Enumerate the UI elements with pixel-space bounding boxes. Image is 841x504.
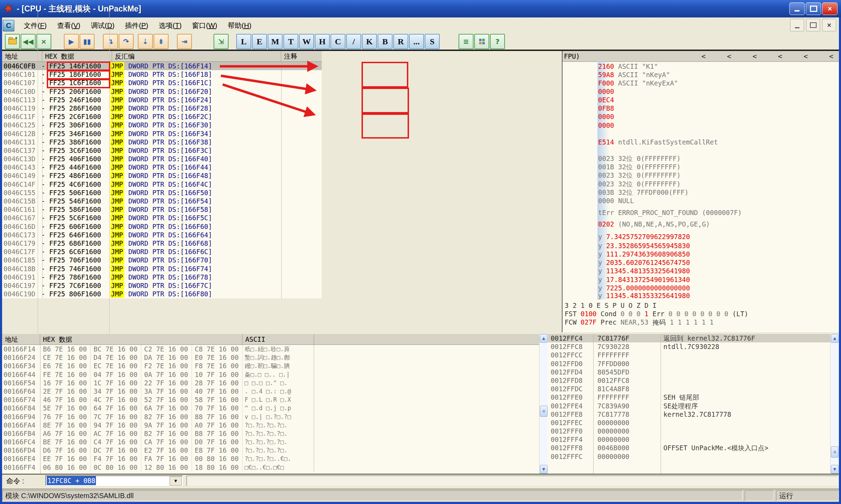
disasm-row[interactable]: 0046C101- FF25 186F1600JMP DWORD PTR DS:… (2, 70, 322, 79)
memory-window-button[interactable]: M (268, 34, 283, 49)
restart-button[interactable]: ◀◀ (21, 34, 36, 49)
register-line[interactable]: 0202 (NO,NB,NE,A,NS,PO,GE,G) (563, 220, 839, 228)
disasm-row[interactable]: 0046C13D- FF25 406F1600JMP DWORD PTR DS:… (2, 155, 322, 163)
dump-scroll-thumb[interactable]: ≡ (540, 406, 548, 417)
register-line[interactable]: 0023 32位 0(FFFFFFFF) (563, 154, 839, 163)
scroll-left-mark[interactable]: < (752, 52, 757, 60)
log-window-button[interactable]: L (236, 34, 251, 49)
fpu-register-line[interactable]: y 11345.481353325641980 (563, 267, 839, 275)
stack-row[interactable]: 0012FFF400000000 (548, 435, 830, 444)
dump-row[interactable]: 00166F9476 7F 16 007C 7F 16 0082 7F 16 0… (2, 413, 539, 421)
stack-scroll-thumb[interactable]: ≡ (831, 446, 839, 458)
disasm-row[interactable]: 0046C179- FF25 686F1600JMP DWORD PTR DS:… (2, 239, 322, 247)
register-line[interactable]: tErr ERROR_PROC_NOT_FOUND (0000007F) (563, 208, 839, 217)
disasm-row[interactable]: 0046C173- FF25 646F1600JMP DWORD PTR DS:… (2, 231, 322, 239)
dump-row[interactable]: 00166F5416 7F 16 001C 7F 16 0022 7F 16 0… (2, 379, 539, 387)
minimize-button[interactable] (789, 2, 805, 15)
close-button[interactable]: × (822, 2, 838, 15)
dump-row[interactable]: 00166F34E6 7E 16 00EC 7E 16 00F2 7E 16 0… (2, 362, 539, 370)
dump-row[interactable]: 00166F7446 7F 16 004C 7F 16 0052 7F 16 0… (2, 395, 539, 404)
register-line[interactable]: E514 ntdll.KiFastSystemCallRet (563, 138, 839, 146)
disasm-row[interactable]: 0046C19D- FF25 806F1600JMP DWORD PTR DS:… (2, 290, 322, 298)
stack-row[interactable]: 0012FFD07FFDD000 (548, 360, 830, 368)
disasm-row[interactable]: 0046C137- FF25 3C6F1600JMP DWORD PTR DS:… (2, 146, 322, 155)
dump-row[interactable]: 00166FA48E 7F 16 0094 7F 16 009A 7F 16 0… (2, 421, 539, 429)
command-input[interactable]: 12FC8C + 0B8 ▼ (45, 475, 183, 486)
step-into-button[interactable]: ↴ (103, 34, 118, 49)
stack-row[interactable]: 0012FFE0FFFFFFFFSEH 链尾部 (548, 393, 830, 401)
scroll-left-mark[interactable]: < (727, 52, 731, 60)
register-line[interactable]: 003B 32位 7FFDF000(FFF) (563, 188, 839, 197)
dump-row[interactable]: 00166F845E 7F 16 0064 7F 16 006A 7F 16 0… (2, 404, 539, 412)
disasm-row[interactable]: 0046C149- FF25 486F1600JMP DWORD PTR DS:… (2, 171, 322, 180)
dump-scroll-down-button[interactable]: ▼ (540, 465, 548, 474)
stack-row[interactable]: 0012FFF80046B000OFFSET UnPackMe.<模块入口点> (548, 444, 830, 452)
go-to-button[interactable]: ⇲ (214, 34, 229, 49)
register-line[interactable]: F000 ASCII "nKeyExA" (563, 79, 839, 87)
call-stack-window-button[interactable]: K (362, 34, 377, 49)
register-line[interactable]: 0EC4 (563, 96, 839, 104)
disasm-row[interactable]: 0046C14F- FF25 4C6F1600JMP DWORD PTR DS:… (2, 180, 322, 188)
register-line[interactable]: 2160 ASCII "K1" (563, 62, 839, 71)
animate-into-button[interactable]: ⇣ (138, 34, 153, 49)
disasm-row[interactable]: 0046C167- FF25 5C6F1600JMP DWORD PTR DS:… (2, 214, 322, 222)
run-trace-window-button[interactable]: ... (409, 34, 424, 49)
fpu-register-line[interactable]: y 2035.6020761245674750 (563, 258, 839, 267)
stack-row[interactable]: 0012FFC47C81776F返回到 kernel32.7C81776F (548, 334, 830, 342)
disasm-row[interactable]: 0046C119- FF25 286F1600JMP DWORD PTR DS:… (2, 104, 322, 112)
disasm-row[interactable]: 0046C16D- FF25 606F1600JMP DWORD PTR DS:… (2, 222, 322, 231)
fpu-flags-line[interactable]: FST 0100 Cond 0 0 0 1 Err 0 0 0 0 0 0 0 … (563, 310, 839, 318)
menu-item-options[interactable]: 选项(T) (154, 19, 187, 32)
dump-row[interactable]: 00166FC4BE 7F 16 00C4 7F 16 00CA 7F 16 0… (2, 438, 539, 446)
windows-window-button[interactable]: W (299, 34, 314, 49)
stack-row[interactable]: 0012FFF000000000 (548, 427, 830, 435)
appearance-button[interactable] (474, 34, 489, 49)
scroll-left-mark[interactable]: < (829, 52, 833, 60)
menu-item-view[interactable]: 查看(V) (52, 19, 86, 32)
register-line[interactable]: 0023 32位 0(FFFFFFFF) (563, 180, 839, 188)
fpu-register-line[interactable]: y 7225.0000000000000000 (563, 284, 839, 292)
fpu-register-line[interactable]: y 7.3425752709622997820 (563, 232, 839, 241)
fpu-flags-line[interactable]: 3 2 1 0 E S P U O Z D I (563, 301, 839, 310)
disasm-row[interactable]: 0046C12B- FF25 346F1600JMP DWORD PTR DS:… (2, 129, 322, 138)
menu-item-window[interactable]: 窗口(W) (187, 19, 222, 32)
stack-row[interactable]: 0012FFE87C817778kernel32.7C817778 (548, 410, 830, 418)
dump-row[interactable]: 00166FE4EE 7F 16 00F4 7F 16 00FA 7F 16 0… (2, 454, 539, 463)
animate-over-button[interactable]: ⇟ (154, 34, 169, 49)
register-line[interactable]: 001B 32位 0(FFFFFFFF) (563, 163, 839, 171)
register-line[interactable]: 0023 32位 0(FFFFFFFF) (563, 171, 839, 179)
disasm-row[interactable]: 0046C161- FF25 586F1600JMP DWORD PTR DS:… (2, 205, 322, 214)
stack-row[interactable]: 0012FFEC00000000 (548, 418, 830, 427)
fpu-register-line[interactable]: y 111.29743639608906850 (563, 250, 839, 258)
menu-item-debug[interactable]: 调试(D) (85, 19, 120, 32)
disasm-row[interactable]: 0046C155- FF25 506F1600JMP DWORD PTR DS:… (2, 188, 322, 197)
breakpoints-window-button[interactable]: B (378, 34, 393, 49)
modules-window-button[interactable]: E (252, 34, 267, 49)
cpu-window-button[interactable]: C (330, 34, 345, 49)
disasm-row[interactable]: 0046C107- FF25 1C6F1600JMP DWORD PTR DS:… (2, 79, 322, 87)
stack-scroll-up-button[interactable]: ▲ (831, 334, 839, 343)
mdi-close-button[interactable]: × (822, 19, 836, 31)
register-line[interactable]: 0000 (563, 87, 839, 96)
disasm-row[interactable]: 0046C131- FF25 386F1600JMP DWORD PTR DS:… (2, 138, 322, 146)
disasm-row[interactable]: 0046C18B- FF25 746F1600JMP DWORD PTR DS:… (2, 265, 322, 273)
threads-window-button[interactable]: T (283, 34, 298, 49)
register-line[interactable]: 0000 NULL (563, 197, 839, 205)
fpu-register-line[interactable]: y 11345.481353325641980 (563, 291, 839, 300)
register-line[interactable]: 0FB8 (563, 104, 839, 112)
dump-row[interactable]: 00166FD4D6 7F 16 00DC 7F 16 00E2 7F 16 0… (2, 446, 539, 454)
menu-item-file[interactable]: 文件(F) (18, 19, 52, 32)
dump-row[interactable]: 00166F44FE 7E 16 0004 7F 16 000A 7F 16 0… (2, 370, 539, 379)
disasm-row[interactable]: 0046C0FB- FF25 146F1600JMP DWORD PTR DS:… (2, 62, 322, 70)
fpu-register-line[interactable]: y 17.843137254901961340 (563, 275, 839, 284)
dump-row[interactable]: 00166F642E 7F 16 0034 7F 16 003A 7F 16 0… (2, 387, 539, 395)
maximize-button[interactable] (806, 2, 821, 15)
disasm-row[interactable]: 0046C125- FF25 306F1600JMP DWORD PTR DS:… (2, 121, 322, 129)
references-window-button[interactable]: R (393, 34, 408, 49)
disasm-row[interactable]: 0046C191- FF25 786F1600JMP DWORD PTR DS:… (2, 273, 322, 281)
stack-row[interactable]: 0012FFC87C930228ntdll.7C930228 (548, 342, 830, 351)
command-dropdown-button[interactable]: ▼ (170, 476, 182, 486)
disasm-row[interactable]: 0046C113- FF25 246F1600JMP DWORD PTR DS:… (2, 96, 322, 104)
disasm-row[interactable]: 0046C185- FF25 706F1600JMP DWORD PTR DS:… (2, 256, 322, 264)
fpu-flags-line[interactable]: FCW 027F Prec NEAR,53 掩码 1 1 1 1 1 1 (563, 318, 839, 326)
